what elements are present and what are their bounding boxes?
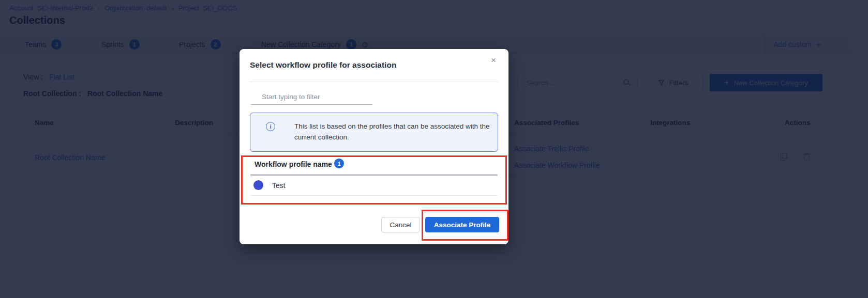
profile-option-test[interactable]: Test	[272, 181, 286, 190]
radio-selected-icon[interactable]	[253, 180, 263, 190]
cancel-button[interactable]: Cancel	[381, 217, 420, 232]
profile-count-badge: 1	[334, 159, 344, 168]
info-icon: i	[266, 122, 275, 131]
close-icon[interactable]: ×	[491, 56, 496, 65]
app-window: Account: SEI-Internal-Prod2 › Organizati…	[0, 0, 868, 298]
filter-input[interactable]	[251, 90, 372, 104]
annotation-box-associate-button	[422, 210, 508, 241]
select-workflow-profile-modal: Select workflow profile for association …	[240, 49, 508, 244]
filter-field[interactable]	[251, 90, 372, 105]
info-text: This list is based on the profiles that …	[294, 121, 503, 143]
modal-title: Select workflow profile for association	[250, 60, 396, 70]
profile-list-header: Workflow profile name	[255, 160, 332, 168]
profile-option-divider	[250, 195, 498, 196]
info-callout: i This list is based on the profiles tha…	[250, 113, 498, 152]
modal-title-divider	[250, 82, 498, 82]
profile-list-divider	[250, 174, 498, 176]
